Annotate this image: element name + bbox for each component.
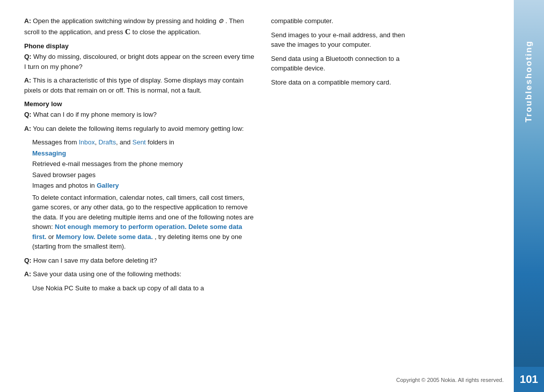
q1-label: Q: bbox=[24, 53, 33, 60]
alert2-link[interactable]: Memory low. Delete some data. bbox=[56, 233, 153, 241]
page-number-box: 101 bbox=[514, 367, 544, 392]
sidebar: Troubleshooting 101 bbox=[514, 0, 544, 392]
a2-sep2: , and bbox=[116, 138, 132, 146]
a2-label: A: bbox=[24, 125, 33, 132]
a2-line1-pre: Messages from bbox=[32, 138, 79, 146]
a3-text: Save your data using one of the followin… bbox=[33, 270, 181, 278]
right-line3: Send data using a Bluetooth connection t… bbox=[271, 54, 417, 73]
copyright: Copyright © 2005 Nokia. All rights reser… bbox=[396, 377, 504, 383]
right-line1: compatible computer. bbox=[271, 16, 417, 26]
q1-block: Q: Why do missing, discoloured, or brigh… bbox=[24, 52, 256, 71]
page-container: A: Open the application switching window… bbox=[0, 0, 544, 392]
a2-line1-post: folders in bbox=[146, 138, 174, 146]
a2-block: A: You can delete the following items re… bbox=[24, 124, 256, 134]
q2-text: What can I do if my phone memory is low? bbox=[33, 111, 157, 118]
sent-link[interactable]: Sent bbox=[132, 138, 146, 146]
q3-text: How can I save my data before deleting i… bbox=[33, 257, 157, 264]
a3-label: A: bbox=[24, 270, 33, 278]
right-line2: Send images to your e-mail address, and … bbox=[271, 30, 417, 50]
a-label: A: bbox=[24, 17, 33, 25]
a3-line1: Use Nokia PC Suite to make a back up cop… bbox=[32, 283, 256, 293]
right-column: compatible computer. Send images to your… bbox=[271, 16, 417, 376]
right-line4: Store data on a compatible memory card. bbox=[271, 77, 417, 88]
a2-line4: Images and photos in Gallery bbox=[32, 181, 256, 191]
a2-line3: Saved browser pages bbox=[32, 170, 256, 180]
a1-block: A: This is a characteristic of this type… bbox=[24, 75, 256, 95]
a2-list: Messages from Inbox, Drafts, and Sent fo… bbox=[32, 137, 256, 252]
sidebar-label: Troubleshooting bbox=[524, 40, 534, 122]
q3-label: Q: bbox=[24, 257, 33, 264]
section-phone-display: Phone display bbox=[24, 42, 256, 50]
a2-line2: Retrieved e-mail messages from the phone… bbox=[32, 159, 256, 169]
q3-block: Q: How can I save my data before deletin… bbox=[24, 256, 256, 266]
c-key-icon: C bbox=[125, 28, 132, 36]
q1-text: Why do missing, discoloured, or bright d… bbox=[24, 53, 254, 70]
a2-messaging-line: Messaging bbox=[32, 148, 256, 159]
a1-body: This is a characteristic of this type of… bbox=[24, 76, 243, 94]
a3-list: Use Nokia PC Suite to make a back up cop… bbox=[32, 283, 256, 293]
messaging-link[interactable]: Messaging bbox=[32, 149, 66, 157]
a1-label: A: bbox=[24, 76, 33, 84]
gallery-link[interactable]: Gallery bbox=[97, 182, 119, 189]
page-number: 101 bbox=[520, 373, 538, 386]
a2-sep1: , bbox=[95, 138, 98, 146]
main-content: A: Open the application switching window… bbox=[0, 0, 514, 392]
q2-label: Q: bbox=[24, 111, 33, 118]
a2-intro: You can delete the following items regul… bbox=[33, 125, 244, 132]
inbox-link[interactable]: Inbox bbox=[79, 138, 95, 146]
drafts-link[interactable]: Drafts bbox=[99, 138, 116, 146]
a1-text3: to close the application. bbox=[132, 28, 201, 36]
left-column: A: Open the application switching window… bbox=[24, 16, 271, 376]
a3-block: A: Save your data using one of the follo… bbox=[24, 269, 256, 279]
menu-icon: ⚙ bbox=[218, 18, 225, 25]
a2-alert-sep: or bbox=[48, 233, 56, 241]
a1-text: Open the application switching window by… bbox=[33, 17, 216, 25]
a2-line4-pre: Images and photos in bbox=[32, 182, 97, 189]
q2-block: Q: What can I do if my phone memory is l… bbox=[24, 110, 256, 120]
a2-line1: Messages from Inbox, Drafts, and Sent fo… bbox=[32, 137, 256, 147]
block-a1: A: Open the application switching window… bbox=[24, 16, 256, 37]
section-memory-low: Memory low bbox=[24, 100, 256, 108]
a2-para: To delete contact information, calendar … bbox=[32, 193, 256, 252]
